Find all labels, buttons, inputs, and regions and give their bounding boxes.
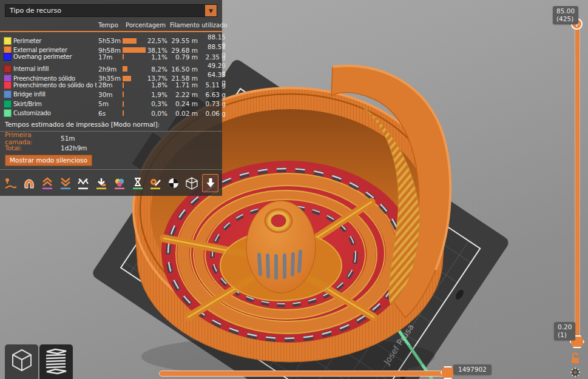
feature-label: Internal infill [13,65,97,72]
top-layer-height: 85.00 [556,7,575,15]
feature-color-swatch [4,53,12,61]
percentage-bar [123,47,146,53]
view-type-selected: Tipo de recurso [5,5,205,16]
top-layer-number: (425) [556,15,575,23]
percentage-bar [123,76,131,81]
feature-color-swatch [4,100,12,108]
custom-gcode-icon[interactable] [148,175,163,192]
cube-icon [9,347,35,377]
percentage-bar [123,66,127,72]
wipe-icon[interactable] [22,175,37,192]
feature-time: 5h53m [98,37,121,44]
feature-label: External perimeter [13,47,97,53]
feature-percentage: 1,8% [147,81,169,89]
first-layer-value: 51m [61,135,75,142]
feature-length: 0.79 m [170,53,200,61]
layer-slider-track[interactable] [575,24,580,342]
feature-color-swatch [4,65,12,73]
feature-label: Customizado [13,110,97,116]
percentage-bar [123,101,124,107]
total-value: 1d2h9m [61,144,87,152]
center-of-gravity-icon[interactable] [166,175,181,192]
chevron-down-icon[interactable]: ▼ [205,5,217,16]
feature-weight: 0.73 g [201,100,228,107]
feature-length: 0.02 m [170,110,200,117]
gear-icon[interactable] [570,367,581,378]
preview-toggles-toolbar [0,172,222,192]
percentage-bar [123,38,137,44]
separator [0,131,222,132]
feature-percentage: 38,1% [147,47,169,54]
feature-label: Preenchimento sólido [13,75,97,82]
table-row: Skirt/Brim 5m 0,3% 0.24 m 0.73 g [0,99,222,109]
feature-length: 29.55 m [170,37,200,44]
feature-percentage: 8,2% [147,65,169,73]
percentage-bar [123,54,124,59]
view-type-combobox[interactable]: Tipo de recurso ▼ [5,4,217,17]
lock-icon[interactable] [570,352,581,364]
feature-length: 2.22 m [170,91,200,98]
feature-percentage: 1,1% [147,53,169,61]
feature-label: Skirt/Brim [13,101,97,107]
shells-icon[interactable] [184,175,200,192]
separator [0,169,222,170]
feature-color-swatch [4,37,12,45]
feature-time: 9h58m [98,47,121,54]
feature-time: 30m [98,91,121,98]
feature-time: 5m [98,100,121,107]
table-row: Perimeter 5h53m 22,5% 29.55 m 88.15 g [0,33,222,43]
feature-percentage: 13,7% [147,75,169,82]
slicer-preview-window: Josef Prusa [0,0,588,379]
feature-percentage: 0,0% [147,110,169,117]
table-row: Preenchimento do sólido do topo 28m 1,8%… [0,81,222,90]
column-time: Tempo [98,22,121,29]
table-row: Customizado 6s 0,0% 0.02 m 0.06 g [0,109,222,118]
bottom-layer-height: 0.20 [558,323,572,331]
header-separator [0,31,222,32]
feature-length: 21.58 m [170,75,200,82]
feature-time: 3h35m [98,75,121,82]
tool-marker-icon[interactable] [202,174,218,192]
show-stealth-mode-button[interactable]: Mostrar modo silencioso [5,155,92,166]
percentage-bar [123,92,124,97]
seams-icon[interactable] [76,175,91,192]
table-row: Bridge infill 30m 1,9% 2.22 m 6.63 g [0,90,222,99]
feature-time: 17m [98,53,121,61]
feature-percentage: 1,9% [147,91,169,98]
bottom-layer-number: (1) [558,331,572,339]
feature-length: 29.68 m [170,47,200,54]
first-layer-row: Primeira camada: 51m [0,133,222,143]
feature-weight: 5.11 g [201,81,228,89]
percentage-bar [123,82,124,88]
estimated-times-heading: Tempos estimados de impressão [Modo norm… [0,118,222,129]
feature-color-swatch [4,90,12,98]
tool-changes-icon[interactable] [94,175,109,192]
feature-time: 28m [98,81,121,89]
deretractions-icon[interactable] [58,175,73,192]
travel-moves-icon[interactable] [4,175,19,192]
layer-slider-top-tooltip: 85.00 (425) [553,6,578,24]
feature-label: Preenchimento do sólido do topo [13,82,97,89]
layers-icon [43,347,70,377]
column-filament: Filamento utilizado [170,22,228,29]
feature-weight: 2.35 g [201,53,228,61]
pause-prints-icon[interactable] [130,175,145,192]
feature-color-swatch [4,109,12,117]
move-slider-value: 1497902 [458,366,487,373]
feature-length: 16.50 m [170,65,200,73]
feature-length: 1.71 m [170,81,200,89]
preview-view-button[interactable] [39,344,73,379]
editor-view-button[interactable] [5,344,38,379]
move-slider-track[interactable] [159,371,450,377]
feature-color-swatch [4,81,12,89]
view-mode-buttons [5,344,74,379]
color-changes-icon[interactable] [112,175,127,192]
feature-time: 6s [98,110,121,117]
retractions-icon[interactable] [40,175,55,192]
percentage-bar [123,110,124,116]
feature-weight: 0.06 g [201,110,228,117]
feature-percentage: 0,3% [147,100,169,107]
feature-rows: Perimeter 5h53m 22,5% 29.55 m 88.15 g Ex… [0,33,222,118]
feature-label: Overhang perimeter [13,53,97,60]
total-time-row: Total: 1d2h9m [0,143,222,153]
